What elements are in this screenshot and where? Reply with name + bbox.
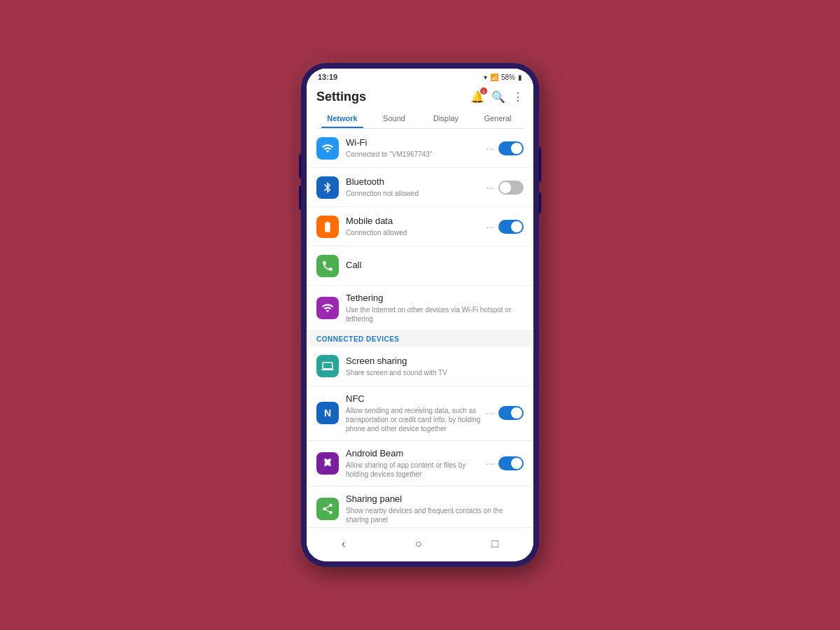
bluetooth-icon [316,176,339,199]
nfc-toggle[interactable] [498,406,524,420]
tab-general[interactable]: General [472,108,524,128]
settings-tabs: Network Sound Display General [316,108,524,129]
call-icon [316,255,339,277]
bluetooth-toggle-thumb [500,182,511,193]
mobile-data-setting-item[interactable]: Mobile data Connection allowed ··· [307,207,533,246]
android-beam-actions: ··· [486,456,524,470]
status-battery-icon: ▮ [518,74,522,81]
side-button-2[interactable] [539,192,541,214]
tab-display[interactable]: Display [420,108,472,128]
header-icons: 🔔 1 🔍 ⋮ [470,90,524,104]
android-beam-setting-item[interactable]: Android Beam Allow sharing of app conten… [307,441,533,486]
nfc-toggle-thumb [511,407,522,419]
bluetooth-actions: ··· [486,181,524,195]
navigation-bar: ‹ ○ □ [307,527,533,561]
bluetooth-more-button[interactable]: ··· [486,182,494,193]
settings-title: Settings [316,90,366,104]
call-setting-item[interactable]: Call [307,246,533,286]
call-name: Call [346,260,524,272]
bluetooth-name: Bluetooth [346,176,486,188]
nfc-more-button[interactable]: ··· [486,407,494,419]
status-signal-icon: 📶 [490,74,498,81]
nfc-setting-text: NFC Allow sending and receiving data, su… [346,393,486,433]
android-beam-setting-text: Android Beam Allow sharing of app conten… [346,448,486,479]
phone-frame: 13:19 ▾ 📶 58% ▮ Settings 🔔 1 🔍 ⋮ [301,63,539,567]
status-battery: 58% [501,74,515,81]
wifi-toggle-thumb [511,143,522,154]
notification-bell-button[interactable]: 🔔 1 [470,90,484,104]
status-wifi-icon: ▾ [484,74,487,81]
mobile-data-setting-text: Mobile data Connection allowed [346,216,486,237]
tethering-icon [316,297,339,319]
nfc-name: NFC [346,393,486,405]
nfc-icon-label: N [324,407,331,419]
screen-sharing-desc: Share screen and sound with TV [346,368,524,377]
wifi-setting-item[interactable]: Wi-Fi Connected to "VM1967743" ··· [307,129,533,168]
mobile-data-more-button[interactable]: ··· [486,221,494,232]
wifi-more-button[interactable]: ··· [486,143,494,154]
recent-apps-button[interactable]: □ [480,535,510,553]
android-beam-toggle-thumb [511,458,522,469]
sharing-panel-setting-item[interactable]: Sharing panel Show nearby devices and fr… [307,486,533,527]
more-options-button[interactable]: ⋮ [512,90,524,104]
nfc-icon: N [316,402,339,424]
mobile-data-icon [316,216,339,238]
connected-devices-label: CONNECTED DEVICES [316,335,400,343]
mobile-data-name: Mobile data [346,216,486,227]
tab-sound[interactable]: Sound [368,108,420,128]
settings-header: Settings 🔔 1 🔍 ⋮ Network Sound Display G… [307,84,533,129]
tethering-setting-text: Tethering Use the Internet on other devi… [346,293,524,323]
mobile-data-actions: ··· [486,220,524,234]
screen-sharing-setting-text: Screen sharing Share screen and sound wi… [346,356,524,377]
android-beam-toggle[interactable] [498,456,524,470]
tab-network[interactable]: Network [316,108,368,128]
android-beam-name: Android Beam [346,448,486,460]
sharing-panel-icon [316,498,339,520]
nfc-desc: Allow sending and receiving data, such a… [346,406,486,433]
screen-sharing-icon [316,355,339,377]
mobile-data-toggle[interactable] [498,220,524,234]
android-beam-icon [316,452,339,475]
screen-sharing-name: Screen sharing [346,356,524,368]
android-beam-more-button[interactable]: ··· [486,458,494,469]
wifi-setting-text: Wi-Fi Connected to "VM1967743" [346,137,486,159]
volume-down-button[interactable] [299,186,301,210]
volume-up-button[interactable] [299,154,301,178]
bluetooth-setting-item[interactable]: Bluetooth Connection not allowed ··· [307,168,533,207]
wifi-desc: Connected to "VM1967743" [346,150,486,159]
mobile-data-desc: Connection allowed [346,228,486,237]
nfc-setting-item[interactable]: N NFC Allow sending and receiving data, … [307,386,533,441]
sharing-panel-name: Sharing panel [346,493,524,505]
mobile-data-toggle-thumb [511,221,522,232]
tethering-name: Tethering [346,293,524,304]
android-beam-desc: Allow sharing of app content or files by… [346,461,486,479]
phone-screen: 13:19 ▾ 📶 58% ▮ Settings 🔔 1 🔍 ⋮ [307,69,533,561]
connected-devices-section-header: CONNECTED DEVICES [307,331,533,347]
status-time: 13:19 [318,73,337,81]
sharing-panel-setting-text: Sharing panel Show nearby devices and fr… [346,493,524,524]
call-setting-text: Call [346,260,524,272]
screen-sharing-setting-item[interactable]: Screen sharing Share screen and sound wi… [307,347,533,386]
home-button[interactable]: ○ [404,535,433,553]
status-right-icons: ▾ 📶 58% ▮ [484,74,522,81]
wifi-toggle[interactable] [498,141,524,155]
tethering-setting-item[interactable]: Tethering Use the Internet on other devi… [307,286,533,331]
tethering-desc: Use the Internet on other devices via Wi… [346,305,524,323]
bluetooth-desc: Connection not allowed [346,189,486,198]
power-button[interactable] [539,147,541,182]
settings-title-row: Settings 🔔 1 🔍 ⋮ [316,90,524,104]
wifi-name: Wi-Fi [346,137,486,149]
wifi-actions: ··· [486,141,524,155]
bluetooth-setting-text: Bluetooth Connection not allowed [346,176,486,198]
wifi-icon [316,137,339,160]
sharing-panel-desc: Show nearby devices and frequent contact… [346,506,524,524]
search-button[interactable]: 🔍 [491,90,505,104]
notif-badge: 1 [480,88,487,94]
nfc-actions: ··· [486,406,524,420]
status-bar: 13:19 ▾ 📶 58% ▮ [307,69,533,84]
back-button[interactable]: ‹ [330,535,356,553]
settings-content: Wi-Fi Connected to "VM1967743" ··· [307,129,533,527]
bluetooth-toggle[interactable] [498,181,524,195]
